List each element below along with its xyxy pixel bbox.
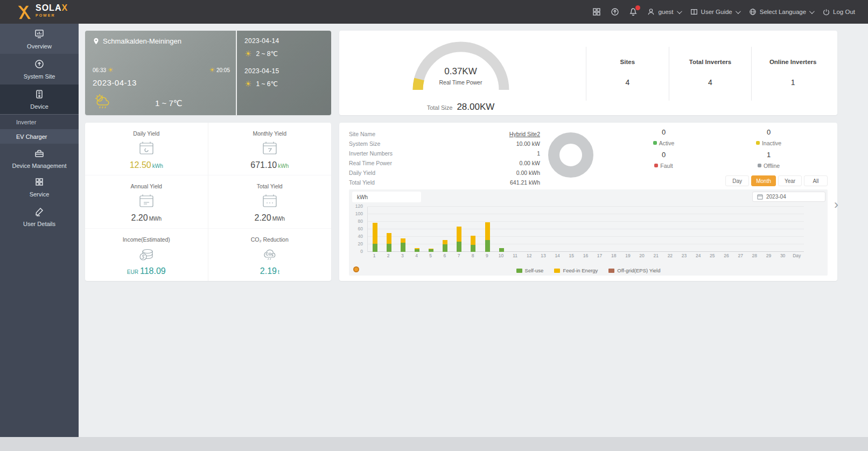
pencil-icon [34, 206, 45, 217]
user-guide-menu[interactable]: User Guide [690, 8, 739, 16]
range-all-button[interactable]: All [804, 175, 828, 186]
bar-column[interactable] [663, 207, 677, 252]
bar-column[interactable] [396, 207, 410, 252]
bar-segment [429, 249, 433, 252]
user-menu[interactable]: guest [647, 8, 680, 16]
bar-column[interactable] [635, 207, 649, 252]
sunrise-sunset-row: 06:33 ☀ ☀ 20:05 [93, 66, 230, 74]
y-axis-tick: 20 [358, 241, 363, 246]
language-menu[interactable]: Select Language [749, 8, 813, 16]
value-number: 12.50 [130, 160, 151, 170]
bar-column[interactable] [677, 207, 691, 252]
bar-column[interactable] [382, 207, 396, 252]
info-label: Daily Yield [349, 170, 375, 176]
fault-dot-icon [654, 164, 658, 167]
x-axis-tick: 2 [381, 253, 395, 258]
bar-column[interactable] [537, 207, 551, 252]
yield-value: 12.50kWh [85, 160, 208, 170]
bar-column[interactable] [452, 207, 466, 252]
apps-grid-icon[interactable] [592, 8, 601, 16]
navbar-right: guest User Guide Select Language Log Out [592, 8, 855, 16]
bar-segment [485, 222, 490, 239]
yield-grid: Daily Yield 12.50kWh Monthly Yield 671.1… [85, 123, 331, 281]
bar-column[interactable] [733, 207, 747, 252]
bar-column[interactable] [494, 207, 508, 252]
bar-column[interactable] [565, 207, 579, 252]
forecast-date: 2023-04-14 [244, 37, 324, 45]
x-axis-tick: 11 [508, 253, 522, 258]
status-offline: 1 Offline [716, 151, 821, 169]
bar-column[interactable] [649, 207, 663, 252]
x-axis-tick: 15 [564, 253, 578, 258]
bar-segment [443, 240, 447, 244]
bar-column[interactable] [522, 207, 536, 252]
bar-column[interactable] [776, 207, 790, 252]
upload-circle-icon[interactable] [611, 8, 619, 16]
site-detail-card: Site Name Hybrid Site2 System Size 10.00… [339, 123, 837, 281]
range-year-button[interactable]: Year [778, 175, 802, 186]
bar-column[interactable] [368, 207, 382, 252]
sidebar-item-inverter[interactable]: Inverter [0, 115, 79, 129]
sidebar-item-user-details[interactable]: User Details [0, 201, 79, 232]
legend-item[interactable]: Feed-in Energy [554, 267, 598, 273]
bar-column[interactable] [508, 207, 522, 252]
next-site-arrow[interactable]: › [834, 198, 838, 211]
notification-bell-icon[interactable] [629, 8, 638, 16]
total-size: Total Size28.00KW [403, 102, 519, 112]
bar-column[interactable] [691, 207, 705, 252]
bar-column[interactable] [747, 207, 761, 252]
y-axis-tick: 100 [355, 211, 363, 216]
sidebar-item-ev-charger[interactable]: EV Charger [0, 129, 79, 144]
bar-column[interactable] [410, 207, 424, 252]
chart-unit-tab[interactable]: kWh [352, 192, 421, 202]
bar-segment [373, 223, 377, 244]
yield-value: 2.20MWh [85, 213, 208, 223]
x-axis-tick: 29 [761, 253, 775, 258]
weather-location: Schmalkalden-Meiningen [93, 37, 181, 45]
sidebar-item-service[interactable]: Service [0, 173, 79, 201]
bar-column[interactable] [438, 207, 452, 252]
sidebar-item-device-management[interactable]: Device Management [0, 144, 79, 173]
user-name: guest [658, 9, 673, 15]
sidebar-item-device[interactable]: Device [0, 84, 79, 114]
tile-income: Income(Estimated) EUR118.09 [85, 229, 208, 281]
info-value: 1 [537, 150, 540, 157]
sunrise-time: 06:33 ☀ [93, 66, 114, 74]
bar-column[interactable] [719, 207, 733, 252]
chart-date-picker[interactable]: 2023-04 [752, 192, 825, 202]
bar-column[interactable] [579, 207, 593, 252]
site-name-link[interactable]: Hybrid Site2 [509, 131, 540, 137]
map-pin-icon [93, 38, 100, 45]
sidebar-item-overview[interactable]: Overview [0, 24, 79, 54]
legend-item[interactable]: Off-grid(EPS) Yield [608, 267, 660, 273]
bar-segment [387, 244, 391, 252]
bar-column[interactable] [424, 207, 438, 252]
brand-logo[interactable]: SOLAX POWER [15, 4, 68, 20]
forecast-temp: 1 ~ 6℃ [256, 80, 278, 88]
bar-column[interactable] [593, 207, 607, 252]
bar-column[interactable] [705, 207, 719, 252]
refresh-indicator-icon[interactable] [353, 266, 359, 272]
legend-label: Self-use [525, 267, 544, 273]
range-day-button[interactable]: Day [725, 175, 749, 186]
bar-column[interactable] [607, 207, 621, 252]
bar-column[interactable] [762, 207, 776, 252]
logout-button[interactable]: Log Out [823, 9, 855, 16]
info-label: Inverter Numbers [349, 150, 393, 157]
yield-label: Daily Yield [85, 130, 208, 137]
legend-item[interactable]: Self-use [516, 267, 544, 273]
offline-dot-icon [758, 164, 761, 167]
sun-cloud-rain-icon [93, 93, 113, 111]
x-axis-tick: 26 [719, 253, 733, 258]
bar-column[interactable] [466, 207, 480, 252]
sidebar-item-system-site[interactable]: System Site [0, 54, 79, 84]
page-bottom-strip [0, 437, 868, 451]
legend-label: Feed-in Energy [563, 267, 598, 273]
sunset-icon: ☀ [209, 66, 215, 74]
bar-column[interactable] [480, 207, 494, 252]
bar-column[interactable] [621, 207, 635, 252]
x-axis-tick: 8 [466, 253, 480, 258]
range-month-button[interactable]: Month [751, 175, 776, 186]
info-row-daily-yield: Daily Yield 0.00 kWh [349, 168, 540, 178]
bar-column[interactable] [551, 207, 565, 252]
